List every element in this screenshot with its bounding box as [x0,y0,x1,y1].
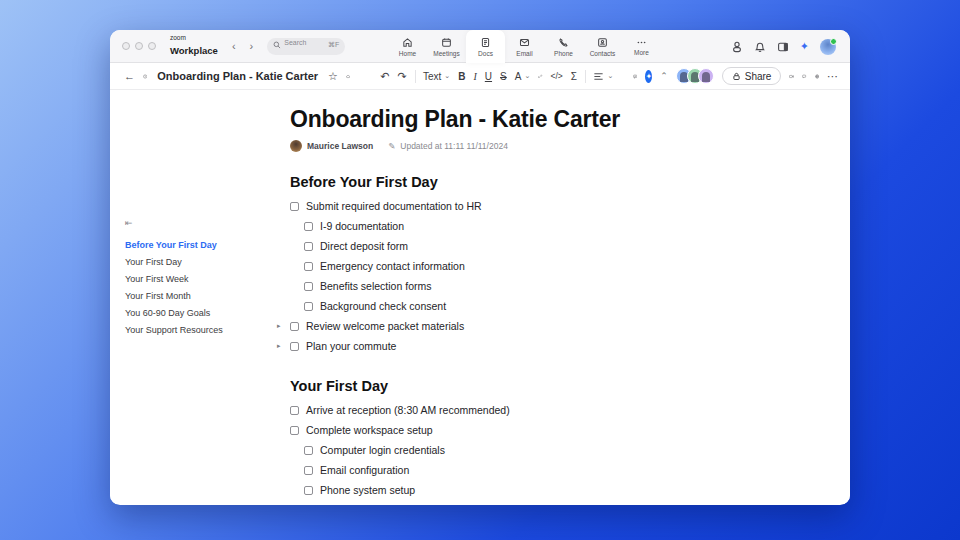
tab-home[interactable]: Home [388,30,427,63]
collapse-outline-icon[interactable]: ⇤ [125,218,285,228]
checkbox[interactable] [304,446,313,455]
edited-icon: ✎ [388,141,395,151]
undo-button[interactable]: ↶ [380,71,389,82]
more-options-button[interactable]: ⋯ [827,71,838,82]
panel-toggle-icon[interactable] [777,41,789,53]
expand-triangle-icon[interactable]: ▸ [277,342,281,350]
checkbox[interactable] [304,466,313,475]
tab-docs[interactable]: Docs [466,30,505,63]
checkbox[interactable] [304,486,313,495]
favorite-star-icon[interactable]: ☆ [328,71,338,82]
checkbox[interactable] [290,342,299,351]
recent-docs-icon[interactable] [143,71,147,82]
globe-icon[interactable] [815,71,819,82]
checkbox[interactable] [290,322,299,331]
collaborator-avatar[interactable] [698,68,714,84]
mail-icon [519,37,530,48]
chat-icon[interactable] [802,71,806,82]
tab-label: More [634,49,649,56]
close-window-button[interactable] [122,42,130,50]
equation-button[interactable]: Σ [571,71,577,82]
checklist-item-text[interactable]: Plan your commute [306,340,396,352]
expand-triangle-icon[interactable]: ▸ [277,322,281,330]
checklist-item-text[interactable]: Emergency contact information [320,260,465,272]
nav-forward-button[interactable]: › [250,40,254,52]
comment-icon[interactable] [633,71,637,82]
checklist-row: ▸Plan your commute [290,336,690,356]
share-button[interactable]: Share [722,67,782,85]
minimize-window-button[interactable] [135,42,143,50]
ai-companion-button[interactable]: ✦ [645,70,652,83]
strikethrough-button[interactable]: S [500,71,507,82]
checklist-row: Computer login credentials [304,440,690,460]
tab-label: Email [516,50,532,57]
code-button[interactable]: </> [551,71,563,81]
content-area: ⇤ Before Your First DayYour First DayYou… [110,90,850,504]
checkbox[interactable] [290,426,299,435]
outline-item[interactable]: Your Support Resources [125,321,285,338]
tab-more[interactable]: More [622,30,661,63]
checkbox[interactable] [304,222,313,231]
checklist-item-text[interactable]: Printer access [320,504,387,505]
checkbox[interactable] [304,242,313,251]
text-style-select[interactable]: Text⌄ [423,71,450,82]
user-avatar[interactable] [820,39,836,55]
ai-sparkle-icon[interactable]: ✦ [800,41,809,52]
checklist-item-text[interactable]: I-9 documentation [320,220,404,232]
checkbox[interactable] [304,262,313,271]
underline-button[interactable]: U [485,71,492,82]
bell-icon[interactable] [754,41,766,53]
checkbox[interactable] [290,406,299,415]
checklist-item-text[interactable]: Email configuration [320,464,409,476]
collapse-toolbar-button[interactable]: ⌃ [660,72,668,81]
checklist-item-text[interactable]: Arrive at reception (8:30 AM recommended… [306,404,510,416]
tab-phone[interactable]: Phone [544,30,583,63]
checkbox[interactable] [304,282,313,291]
author-name: Maurice Lawson [307,141,373,151]
text-color-select[interactable]: A⌄ [515,71,531,82]
outline-sidebar: ⇤ Before Your First DayYour First DayYou… [125,218,285,338]
checkbox[interactable] [304,302,313,311]
status-icon[interactable] [731,41,743,53]
collaborator-avatars [676,68,714,84]
checklist-row: Emergency contact information [304,256,690,276]
tab-meetings[interactable]: Meetings [427,30,466,63]
search-input[interactable]: Search ⌘F [267,38,345,55]
bold-button[interactable]: B [458,71,465,82]
checklist-item-text[interactable]: Benefits selection forms [320,280,431,292]
back-button[interactable]: ← [124,71,135,82]
doc-icon [480,37,491,48]
tab-email[interactable]: Email [505,30,544,63]
window-controls[interactable] [122,42,156,50]
outline-item[interactable]: Before Your First Day [125,236,285,253]
align-icon [593,71,604,82]
cloud-saved-icon [346,71,350,82]
checklist-item-text[interactable]: Review welcome packet materials [306,320,464,332]
tab-label: Contacts [590,50,616,57]
outline-item[interactable]: Your First Week [125,270,285,287]
outline-item[interactable]: Your First Day [125,253,285,270]
document-body[interactable]: Onboarding Plan - Katie Carter Maurice L… [290,90,690,505]
section-heading: Before Your First Day [290,174,690,190]
italic-button[interactable]: I [473,71,476,82]
list-align-select[interactable]: ⌄ [593,71,613,82]
outline-item[interactable]: You 60-90 Day Goals [125,304,285,321]
outline-item[interactable]: Your First Month [125,287,285,304]
checklist-item-text[interactable]: Computer login credentials [320,444,445,456]
checklist-item-text[interactable]: Phone system setup [320,484,415,496]
checkbox[interactable] [290,202,299,211]
checklist-item-text[interactable]: Background check consent [320,300,446,312]
doc-toolbar: ← Onboarding Plan - Katie Carter ☆ ↶ ↷ T… [110,63,850,90]
checklist-item-text[interactable]: Complete workspace setup [306,424,433,436]
nav-back-button[interactable]: ‹ [232,40,236,52]
checklist-row: Submit required documentation to HR [290,196,690,216]
video-icon[interactable] [789,71,794,82]
checklist-row: Direct deposit form [304,236,690,256]
link-icon[interactable] [538,71,542,82]
doc-title: Onboarding Plan - Katie Carter [157,70,318,82]
redo-button[interactable]: ↷ [397,71,406,82]
checklist-item-text[interactable]: Submit required documentation to HR [306,200,482,212]
tab-contacts[interactable]: Contacts [583,30,622,63]
checklist-item-text[interactable]: Direct deposit form [320,240,408,252]
maximize-window-button[interactable] [148,42,156,50]
